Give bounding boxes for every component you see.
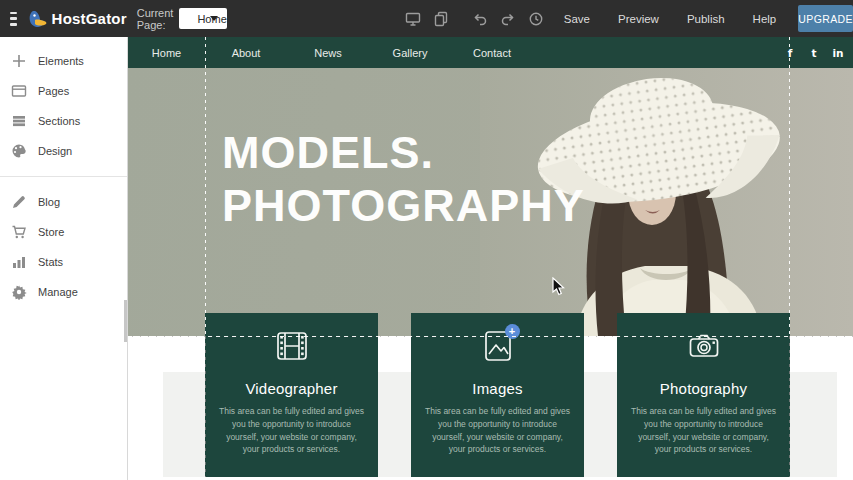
hero-title-line2: PHOTOGRAPHY (222, 179, 585, 232)
card-title[interactable]: Videographer (205, 380, 378, 397)
add-image-plus-icon[interactable]: + (505, 324, 520, 339)
upgrade-button[interactable]: UPGRADE (798, 5, 853, 32)
card-photography[interactable]: Photography This area can be fully edite… (617, 313, 790, 477)
card-body-text[interactable]: This area can be fully edited and gives … (424, 405, 571, 456)
film-icon (274, 329, 310, 363)
publish-button[interactable]: Publish (687, 13, 725, 25)
gear-icon (11, 284, 27, 300)
twitter-icon[interactable]: t (802, 47, 826, 59)
sidebar-item-label: Store (38, 226, 64, 238)
preview-button[interactable]: Preview (618, 13, 659, 25)
sidebar-item-store[interactable]: Store (0, 217, 127, 247)
hamburger-icon[interactable] (10, 12, 17, 26)
card-icon-wrap: + (480, 329, 516, 363)
sidebar-item-label: Sections (38, 115, 80, 127)
brand-name: HostGator (52, 10, 127, 27)
site-navbar: Home About News Gallery Contact f t in (128, 37, 853, 68)
hero-title[interactable]: MODELS. PHOTOGRAPHY (222, 126, 585, 232)
sidebar-item-label: Design (38, 145, 72, 157)
help-button[interactable]: Help (753, 13, 777, 25)
builder-window: HostGator Current Page: Home (0, 0, 853, 480)
plus-icon (11, 53, 27, 69)
undo-icon[interactable] (472, 11, 488, 27)
card-body-text[interactable]: This area can be fully edited and gives … (630, 405, 777, 456)
linkedin-icon[interactable]: in (826, 47, 850, 59)
sidebar-item-label: Elements (38, 55, 84, 67)
facebook-icon[interactable]: f (778, 47, 802, 59)
site-nav-home[interactable]: Home (128, 47, 205, 59)
feature-cards-row: Videographer This area can be fully edit… (205, 313, 790, 477)
desktop-icon[interactable] (405, 11, 421, 27)
hero-title-line1: MODELS. (222, 126, 585, 179)
sections-icon (11, 113, 27, 129)
left-sidebar: Elements Pages Sections (0, 37, 128, 480)
camera-icon (686, 329, 722, 363)
sidebar-group-build: Elements Pages Sections (0, 37, 127, 166)
palette-icon (11, 143, 27, 159)
sidebar-item-elements[interactable]: Elements (0, 46, 127, 76)
mobile-preview-icon[interactable] (433, 11, 449, 27)
sidebar-item-stats[interactable]: Stats (0, 247, 127, 277)
hero-section[interactable]: MODELS. PHOTOGRAPHY (128, 68, 853, 336)
sidebar-item-manage[interactable]: Manage (0, 277, 127, 307)
history-icon[interactable] (528, 11, 544, 27)
pages-icon (11, 83, 27, 99)
card-icon-wrap (686, 329, 722, 363)
social-icons: f t in (778, 37, 850, 68)
card-title[interactable]: Photography (617, 380, 790, 397)
card-icon-wrap (274, 329, 310, 363)
current-page-label: Current Page: (137, 7, 174, 31)
bar-chart-icon (11, 254, 27, 270)
card-title[interactable]: Images (411, 380, 584, 397)
site-nav-about[interactable]: About (205, 47, 287, 59)
sidebar-scrollbar[interactable] (124, 300, 127, 342)
cart-icon (11, 224, 27, 240)
sidebar-item-sections[interactable]: Sections (0, 106, 127, 136)
card-images[interactable]: + Images This area can be fully edited a… (411, 313, 584, 477)
site-nav-news[interactable]: News (287, 47, 369, 59)
sidebar-item-label: Manage (38, 286, 78, 298)
sidebar-item-label: Stats (38, 256, 63, 268)
pencil-icon (11, 194, 27, 210)
hostgator-logo: HostGator (27, 8, 127, 30)
redo-icon[interactable] (500, 11, 516, 27)
sidebar-item-blog[interactable]: Blog (0, 187, 127, 217)
toolbar-icon-group (399, 11, 550, 27)
card-body-text[interactable]: This area can be fully edited and gives … (218, 405, 365, 456)
save-button[interactable]: Save (564, 13, 590, 25)
page-select-dropdown[interactable]: Home (179, 8, 226, 29)
site-nav-contact[interactable]: Contact (451, 47, 533, 59)
top-toolbar: HostGator Current Page: Home (0, 0, 853, 37)
hostgator-gator-icon (27, 8, 49, 30)
sidebar-item-pages[interactable]: Pages (0, 76, 127, 106)
site-canvas: Home About News Gallery Contact f t in (128, 37, 853, 480)
sidebar-item-design[interactable]: Design (0, 136, 127, 166)
site-nav-gallery[interactable]: Gallery (369, 47, 451, 59)
chevron-down-icon (210, 16, 218, 21)
card-videographer[interactable]: Videographer This area can be fully edit… (205, 313, 378, 477)
sidebar-group-manage: Blog Store Stats (0, 177, 127, 307)
sidebar-item-label: Blog (38, 196, 60, 208)
sidebar-item-label: Pages (38, 85, 69, 97)
